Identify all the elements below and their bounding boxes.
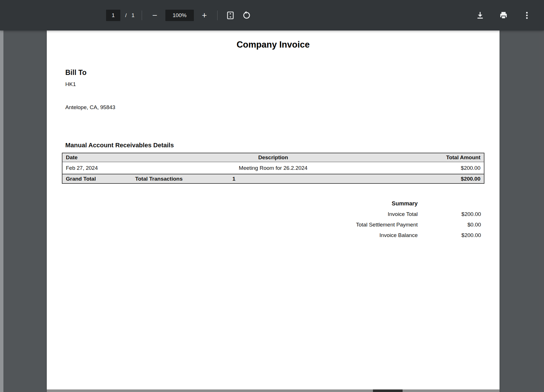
- print-button[interactable]: [498, 10, 509, 21]
- invoice-total-label: Invoice Total: [62, 211, 418, 217]
- zoom-out-button[interactable]: −: [149, 10, 161, 21]
- horizontal-scrollbar-thumb[interactable]: [373, 389, 403, 392]
- rotate-counterclockwise-icon: [242, 11, 251, 20]
- settlement-payment-label: Total Settlement Payment: [62, 222, 418, 228]
- total-transactions-count: 1: [232, 176, 398, 182]
- column-header-total-amount: Total Amount: [381, 154, 484, 161]
- more-options-icon: [522, 11, 531, 20]
- download-button[interactable]: [474, 10, 486, 21]
- grand-total-row: Grand Total Total Transactions 1 $200.00: [62, 174, 484, 183]
- left-scrollbar[interactable]: [0, 30, 3, 392]
- receivables-heading: Manual Account Receivables Details: [65, 142, 174, 149]
- grand-total-amount: $200.00: [398, 176, 484, 182]
- print-icon: [499, 11, 508, 20]
- horizontal-scrollbar-track[interactable]: [47, 389, 500, 392]
- column-header-description: Description: [165, 154, 381, 161]
- total-transactions-label: Total Transactions: [135, 176, 232, 182]
- table-row: Feb 27, 2024 Meeting Room for 26.2.2024 …: [62, 162, 484, 174]
- document-title: Company Invoice: [47, 40, 500, 50]
- pdf-page: Company Invoice Bill To HK1 Antelope, CA…: [47, 30, 500, 392]
- cell-amount: $200.00: [381, 165, 484, 171]
- pdf-toolbar: / 1 − 100% +: [0, 0, 544, 30]
- bill-to-heading: Bill To: [65, 68, 87, 77]
- zoom-out-icon: −: [152, 11, 157, 20]
- bill-to-address: Antelope, CA, 95843: [65, 104, 115, 111]
- cell-date: Feb 27, 2024: [62, 165, 165, 171]
- toolbar-center-controls: / 1 − 100% +: [106, 0, 252, 30]
- zoom-in-icon: +: [202, 11, 207, 20]
- page-number-input[interactable]: [106, 10, 120, 21]
- invoice-total-value: $200.00: [418, 211, 481, 217]
- bill-to-name: HK1: [65, 81, 76, 87]
- settlement-payment-value: $0.00: [418, 222, 481, 228]
- invoice-balance-value: $200.00: [418, 232, 481, 238]
- summary-row-invoice-total: Invoice Total $200.00: [62, 209, 484, 219]
- grand-total-label: Grand Total: [62, 176, 135, 182]
- vertical-scrollbar-track[interactable]: [540, 30, 544, 392]
- rotate-button[interactable]: [241, 10, 252, 21]
- download-icon: [476, 11, 485, 20]
- summary-section: Summary Invoice Total $200.00 Total Sett…: [62, 198, 484, 240]
- page-separator: /: [125, 12, 127, 19]
- column-header-date: Date: [62, 154, 165, 161]
- table-header-row: Date Description Total Amount: [62, 153, 484, 162]
- summary-row-invoice-balance: Invoice Balance $200.00: [62, 230, 484, 240]
- page-total: 1: [131, 12, 135, 19]
- toolbar-divider: [142, 11, 142, 20]
- zoom-level[interactable]: 100%: [165, 10, 194, 21]
- toolbar-divider: [217, 11, 218, 20]
- fit-to-page-icon: [226, 11, 235, 20]
- cell-description: Meeting Room for 26.2.2024: [165, 165, 381, 171]
- more-options-button[interactable]: [521, 10, 533, 21]
- fit-page-button[interactable]: [225, 10, 236, 21]
- invoice-balance-label: Invoice Balance: [62, 232, 418, 238]
- toolbar-right-controls: [474, 0, 533, 30]
- summary-heading: Summary: [62, 200, 418, 207]
- receivables-table: Date Description Total Amount Feb 27, 20…: [62, 153, 484, 184]
- summary-row-settlement-payment: Total Settlement Payment $0.00: [62, 219, 484, 230]
- summary-heading-row: Summary: [62, 198, 484, 209]
- zoom-in-button[interactable]: +: [199, 10, 210, 21]
